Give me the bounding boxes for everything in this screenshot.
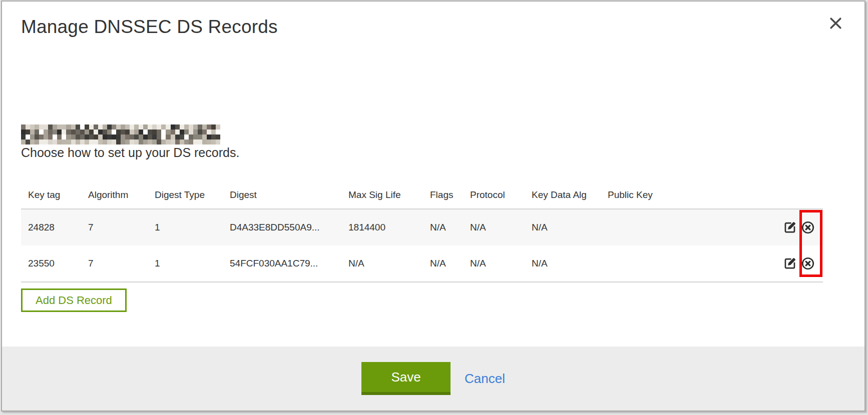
redaction-pixel bbox=[157, 130, 161, 134]
redaction-pixel bbox=[152, 130, 157, 134]
redaction-pixel bbox=[211, 130, 216, 134]
redaction-pixel bbox=[152, 134, 157, 140]
redaction-pixel bbox=[103, 130, 107, 134]
edit-record-button[interactable] bbox=[783, 220, 797, 234]
table-cell: 54FCF030AA1C79... bbox=[223, 246, 341, 282]
redaction-pixel bbox=[85, 134, 89, 140]
ds-table-body: 2482871D4A33E8DD550A9...1814400N/AN/AN/A… bbox=[21, 209, 823, 282]
redaction-pixel bbox=[184, 140, 189, 144]
manage-dnssec-dialog: Manage DNSSEC DS Records Choose how to s… bbox=[1, 0, 865, 412]
redaction-pixel bbox=[166, 140, 170, 144]
redaction-pixel bbox=[130, 134, 134, 140]
redaction-pixel bbox=[207, 124, 211, 130]
redaction-pixel bbox=[107, 124, 112, 130]
dialog-title: Manage DNSSEC DS Records bbox=[21, 16, 278, 38]
table-cell: 23550 bbox=[21, 246, 81, 282]
redaction-pixel bbox=[143, 134, 148, 140]
redaction-pixel bbox=[198, 130, 202, 134]
redaction-pixel bbox=[44, 134, 48, 140]
redaction-pixel bbox=[103, 140, 107, 144]
redaction-pixel bbox=[189, 134, 193, 140]
redaction-pixel bbox=[66, 134, 71, 140]
column-header: Digest bbox=[223, 186, 341, 209]
redaction-pixel bbox=[171, 140, 175, 144]
redaction-pixel bbox=[180, 134, 184, 140]
close-button[interactable] bbox=[827, 16, 843, 32]
redaction-pixel bbox=[216, 124, 220, 130]
close-icon bbox=[829, 24, 842, 32]
redaction-pixel bbox=[21, 140, 26, 144]
setup-instruction-text: Choose how to set up your DS records. bbox=[21, 146, 239, 160]
column-header: Protocol bbox=[463, 186, 525, 209]
redaction-pixel bbox=[107, 140, 112, 144]
redaction-pixel bbox=[71, 140, 76, 144]
redaction-pixel bbox=[148, 130, 152, 134]
redaction-pixel bbox=[44, 140, 48, 144]
edit-icon bbox=[783, 256, 797, 270]
edit-icon bbox=[783, 220, 797, 234]
redaction-pixel bbox=[116, 140, 121, 144]
delete-record-button[interactable] bbox=[801, 256, 815, 270]
redaction-pixel bbox=[198, 140, 202, 144]
redaction-pixel bbox=[157, 124, 161, 130]
column-header: Max Sig Life bbox=[341, 186, 423, 209]
redaction-pixel bbox=[157, 134, 161, 140]
add-ds-record-button[interactable]: Add DS Record bbox=[21, 288, 127, 312]
redaction-pixel bbox=[35, 134, 39, 140]
redaction-pixel bbox=[130, 140, 134, 144]
redaction-pixel bbox=[125, 134, 130, 140]
table-cell: N/A bbox=[525, 246, 601, 282]
redaction-pixel bbox=[80, 134, 85, 140]
redaction-pixel bbox=[180, 124, 184, 130]
redaction-pixel bbox=[35, 130, 39, 134]
redaction-pixel bbox=[85, 124, 89, 130]
save-button[interactable]: Save bbox=[361, 362, 451, 395]
redaction-pixel bbox=[80, 124, 85, 130]
redaction-pixel bbox=[148, 124, 152, 130]
table-cell bbox=[601, 246, 746, 282]
redaction-pixel bbox=[89, 130, 94, 134]
redaction-pixel bbox=[85, 130, 89, 134]
redaction-pixel bbox=[76, 140, 80, 144]
column-header: Key tag bbox=[21, 186, 81, 209]
redaction-pixel bbox=[94, 140, 98, 144]
redaction-pixel bbox=[89, 124, 94, 130]
redaction-pixel bbox=[139, 140, 143, 144]
redaction-pixel bbox=[21, 124, 26, 130]
redaction-pixel bbox=[53, 124, 57, 130]
redaction-pixel bbox=[39, 130, 44, 134]
redaction-pixel bbox=[26, 130, 30, 134]
redaction-pixel bbox=[53, 134, 57, 140]
redaction-pixel bbox=[202, 134, 207, 140]
cancel-link[interactable]: Cancel bbox=[465, 371, 505, 386]
redaction-pixel bbox=[161, 140, 166, 144]
redaction-pixel bbox=[103, 134, 107, 140]
redaction-pixel bbox=[193, 134, 198, 140]
redaction-pixel bbox=[85, 140, 89, 144]
redaction-pixel bbox=[161, 130, 166, 134]
redaction-pixel bbox=[30, 130, 35, 134]
redaction-pixel bbox=[112, 130, 116, 134]
redaction-pixel bbox=[30, 134, 35, 140]
ds-records-table: Key tagAlgorithmDigest TypeDigestMax Sig… bbox=[21, 186, 823, 282]
redaction-pixel bbox=[21, 134, 26, 140]
redaction-pixel bbox=[166, 134, 170, 140]
redaction-pixel bbox=[134, 130, 139, 134]
redaction-pixel bbox=[166, 124, 170, 130]
edit-record-button[interactable] bbox=[783, 256, 797, 270]
redaction-pixel bbox=[180, 140, 184, 144]
redaction-pixel bbox=[152, 124, 157, 130]
redaction-pixel bbox=[143, 130, 148, 134]
redaction-pixel bbox=[62, 124, 66, 130]
redaction-pixel bbox=[48, 140, 53, 144]
redaction-pixel bbox=[53, 130, 57, 134]
redaction-pixel bbox=[94, 130, 98, 134]
table-cell: N/A bbox=[463, 246, 525, 282]
redaction-pixel bbox=[116, 124, 121, 130]
redaction-pixel bbox=[184, 124, 189, 130]
delete-record-button[interactable] bbox=[801, 220, 815, 234]
redaction-pixel bbox=[57, 124, 62, 130]
redaction-pixel bbox=[139, 130, 143, 134]
table-header-row: Key tagAlgorithmDigest TypeDigestMax Sig… bbox=[21, 186, 823, 209]
table-cell: N/A bbox=[525, 209, 601, 246]
